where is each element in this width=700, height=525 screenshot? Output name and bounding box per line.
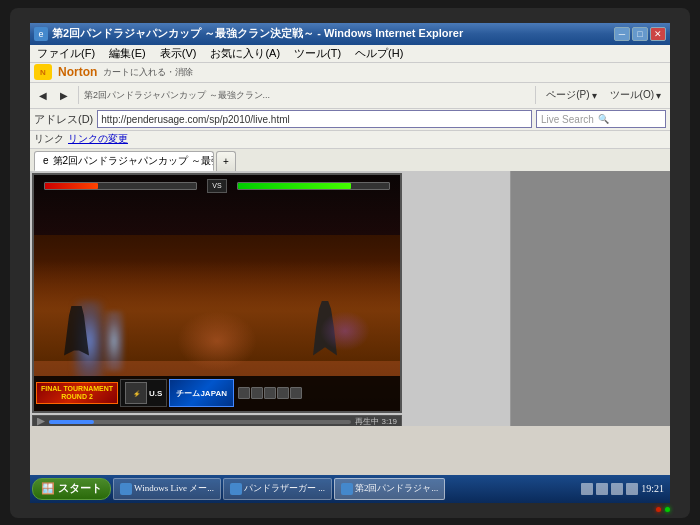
links-bar: リンク リンクの変更 <box>30 131 670 149</box>
tab-main[interactable]: e 第2回パンドラジャパンカップ ～最強クラン... ✕ <box>34 151 214 171</box>
tray-icon-1 <box>581 483 593 495</box>
address-input[interactable]: http://penderusage.com/sp/p2010/live.htm… <box>97 110 532 128</box>
time-display: 再生中 3:19 <box>355 416 397 426</box>
menu-file[interactable]: ファイル(F) <box>34 46 98 61</box>
taskbar-icon-2 <box>230 483 242 495</box>
menu-favorites[interactable]: お気に入り(A) <box>207 46 283 61</box>
new-tab-button[interactable]: + <box>216 151 236 171</box>
progress-fill <box>49 420 94 424</box>
menu-help[interactable]: ヘルプ(H) <box>352 46 406 61</box>
game-hud-bottom: FINAL TOURNAMENT ROUND 2 ⚡ U.S <box>34 376 400 411</box>
menu-edit[interactable]: 編集(E) <box>106 46 149 61</box>
game-icon-3 <box>264 387 276 399</box>
taskbar-icon-1 <box>120 483 132 495</box>
right-pane <box>510 171 670 426</box>
tab-bar: e 第2回パンドラジャパンカップ ～最強クラン... ✕ + <box>30 149 670 171</box>
tray-icon-4 <box>626 483 638 495</box>
led-green <box>665 507 670 512</box>
health-bar-left-container <box>44 182 197 190</box>
vs-text: U.S <box>149 389 162 398</box>
address-label: アドレス(D) <box>34 112 93 127</box>
system-tray: 19:21 <box>581 483 668 495</box>
toolbar-sep-1 <box>78 86 79 104</box>
links-label: リンク <box>34 132 64 146</box>
game-bottom-icons <box>238 387 302 399</box>
game-hud: VS <box>44 180 390 192</box>
search-input[interactable]: Live Search 🔍 <box>536 110 666 128</box>
main-pane: VS <box>30 171 510 426</box>
page-button[interactable]: ページ(P) ▾ <box>541 84 601 106</box>
tray-icon-2 <box>596 483 608 495</box>
vs-section: ⚡ U.S <box>120 379 167 407</box>
tournament-badge: FINAL TOURNAMENT ROUND 2 <box>36 382 118 405</box>
menu-view[interactable]: 表示(V) <box>157 46 200 61</box>
game-light-effect-2 <box>104 311 124 371</box>
tournament-line2: ROUND 2 <box>41 393 113 401</box>
screen: e 第2回パンドラジャパンカップ ～最強クラン決定戦～ - Windows In… <box>30 23 670 503</box>
forward-button[interactable]: ▶ <box>55 84 73 106</box>
taskbar-btn-2[interactable]: パンドラザーガー ... <box>223 478 332 500</box>
menu-bar: ファイル(F) 編集(E) 表示(V) お気に入り(A) ツール(T) ヘルプ(… <box>30 45 670 63</box>
tools-button[interactable]: ツール(O) ▾ <box>605 84 666 106</box>
game-icon-4 <box>277 387 289 399</box>
taskbar: 🪟 スタート Windows Live メー... パンドラザーガー ... 第… <box>30 475 670 503</box>
game-scene: VS <box>34 175 400 411</box>
title-bar-left: e 第2回パンドラジャパンカップ ～最強クラン決定戦～ - Windows In… <box>34 26 463 41</box>
search-icon: 🔍 <box>598 114 609 124</box>
address-bar-row: アドレス(D) http://penderusage.com/sp/p2010/… <box>30 109 670 131</box>
menu-tools[interactable]: ツール(T) <box>291 46 344 61</box>
title-bar: e 第2回パンドラジャパンカップ ～最強クラン決定戦～ - Windows In… <box>30 23 670 45</box>
game-icon-1 <box>238 387 250 399</box>
taskbar-btn-1[interactable]: Windows Live メー... <box>113 478 221 500</box>
chevron-down-icon-2: ▾ <box>656 90 661 101</box>
tab-icon: e <box>43 155 49 166</box>
play-button[interactable] <box>37 418 45 426</box>
norton-cart: カートに入れる・消除 <box>103 66 193 79</box>
monitor: e 第2回パンドラジャパンカップ ～最強クラン決定戦～ - Windows In… <box>10 8 690 518</box>
close-button[interactable]: ✕ <box>650 27 666 41</box>
game-video[interactable]: VS <box>32 173 402 413</box>
breadcrumb: 第2回パンドラジャパンカップ ～最強クラン... <box>84 89 530 102</box>
monitor-leds <box>656 507 670 512</box>
norton-icon: N <box>34 64 52 80</box>
team-name: チームJAPAN <box>176 388 227 399</box>
chevron-down-icon: ▾ <box>592 90 597 101</box>
game-icon-2 <box>251 387 263 399</box>
game-icon-5 <box>290 387 302 399</box>
system-clock: 19:21 <box>641 483 664 494</box>
led-red <box>656 507 661 512</box>
maximize-button[interactable]: □ <box>632 27 648 41</box>
game-purple-glow <box>320 311 370 351</box>
norton-logo: Norton <box>58 65 97 79</box>
window-title: 第2回パンドラジャパンカップ ～最強クラン決定戦～ - Windows Inte… <box>52 26 463 41</box>
health-bar-right <box>238 183 351 189</box>
team-logo-left: ⚡ <box>125 382 147 404</box>
tournament-line1: FINAL TOURNAMENT <box>41 385 113 393</box>
health-bar-left <box>45 183 98 189</box>
title-bar-buttons: ─ □ ✕ <box>614 27 666 41</box>
ie-icon: e <box>34 27 48 41</box>
tray-icon-3 <box>611 483 623 495</box>
minimize-button[interactable]: ─ <box>614 27 630 41</box>
links-item-1[interactable]: リンクの変更 <box>68 132 128 146</box>
progress-bar[interactable] <box>49 420 351 424</box>
taskbar-icon-3 <box>341 483 353 495</box>
health-bar-right-container <box>237 182 390 190</box>
content-area: VS <box>30 171 670 426</box>
video-controls[interactable]: 再生中 3:19 <box>32 415 402 426</box>
nav-toolbar: ◀ ▶ 第2回パンドラジャパンカップ ～最強クラン... ページ(P) ▾ ツー… <box>30 83 670 109</box>
tab-label: 第2回パンドラジャパンカップ ～最強クラン... <box>53 154 214 168</box>
windows-icon: 🪟 <box>41 482 55 495</box>
team-name-badge: チームJAPAN <box>169 379 234 407</box>
back-button[interactable]: ◀ <box>34 84 52 106</box>
start-button[interactable]: 🪟 スタート <box>32 478 111 500</box>
toolbar-sep-2 <box>535 86 536 104</box>
game-center-glow <box>177 311 257 371</box>
ie-window: e 第2回パンドラジャパンカップ ～最強クラン決定戦～ - Windows In… <box>30 23 670 503</box>
taskbar-btn-3[interactable]: 第2回パンドラジャ... <box>334 478 445 500</box>
norton-bar: N Norton カートに入れる・消除 <box>30 63 670 83</box>
